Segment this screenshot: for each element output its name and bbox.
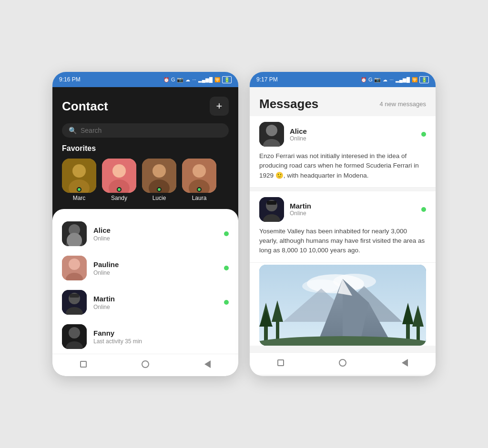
svg-point-7: [152, 164, 166, 178]
thread-image-yosemite: [259, 265, 426, 346]
nav-square-icon-contact: [80, 361, 87, 368]
contact-info-pauline: Pauline Online: [93, 260, 217, 276]
google-icon: G: [171, 77, 175, 82]
contact-item-fanny[interactable]: Fanny Last activity 35 min: [52, 319, 238, 354]
favorite-item-lucie[interactable]: Lucie: [142, 159, 176, 201]
status-bar-messages: 9:17 PM ⏰ G 📷 ☁ ··· ▂▄▆█ 🛜 🔋: [250, 72, 436, 87]
svg-point-1: [72, 164, 86, 178]
thread-online-dot-alice: [421, 132, 426, 137]
thread-name-martin: Martin: [290, 202, 416, 210]
search-input[interactable]: [81, 127, 222, 134]
favorite-item-sandy[interactable]: Sandy: [102, 159, 136, 201]
favorite-avatar-wrap-lucie: [142, 159, 176, 193]
online-dot-lucie: [157, 187, 162, 192]
favorites-label: Favorites: [52, 144, 238, 159]
favorite-avatar-wrap-sandy: [102, 159, 136, 193]
favorite-name-sandy: Sandy: [111, 195, 127, 201]
nav-square-btn-contact[interactable]: [78, 359, 89, 369]
nav-square-icon-messages: [277, 359, 284, 366]
search-bar[interactable]: 🔍: [62, 123, 229, 138]
svg-point-26: [266, 125, 277, 136]
contact-status-alice: Online: [93, 235, 217, 242]
favorite-avatar-wrap-laura: [182, 159, 216, 193]
status-icons-messages: ⏰ G 📷 ☁ ··· ▂▄▆█ 🛜 🔋: [361, 76, 429, 83]
contact-body: Contact + 🔍 Favorites: [52, 87, 238, 376]
thread-contact-row-martin: Martin Online: [250, 191, 436, 225]
thread-avatar-alice: [259, 122, 284, 147]
favorites-row: Marc Sandy: [52, 159, 238, 209]
svg-point-16: [69, 259, 80, 270]
nav-circle-btn-contact[interactable]: [140, 359, 151, 369]
contact-status-martin: Online: [93, 304, 217, 310]
contact-info-fanny: Fanny Last activity 35 min: [93, 329, 217, 345]
phone-container: 9:16 PM ⏰ G 📷 ☁ ··· ▂▄▆█ 🛜 🔋 Contact + 🔍: [52, 53, 436, 395]
wifi-icon: 🛜: [214, 77, 220, 82]
nav-triangle-icon-contact: [204, 360, 211, 368]
messages-title: Messages: [259, 97, 318, 111]
status-dot-martin: [224, 300, 229, 305]
contact-avatar-pauline: [62, 256, 87, 280]
nav-square-btn-messages[interactable]: [275, 358, 286, 368]
svg-point-4: [112, 164, 126, 178]
status-icons-contact: ⏰ G 📷 ☁ ··· ▂▄▆█ 🛜 🔋: [163, 76, 232, 83]
favorite-name-marc: Marc: [73, 195, 86, 201]
favorite-name-lucie: Lucie: [152, 195, 166, 201]
signal-icon-msg: ▂▄▆█: [396, 77, 410, 82]
thread-contact-row-alice: Alice Online: [250, 116, 436, 149]
contact-status-fanny: Last activity 35 min: [93, 338, 217, 345]
nav-circle-icon-messages: [339, 359, 346, 367]
bottom-nav-contact: [52, 354, 238, 376]
more-icon-msg: ···: [389, 77, 393, 82]
battery-icon: 🔋: [222, 76, 232, 83]
svg-rect-31: [267, 201, 276, 205]
svg-point-10: [193, 164, 206, 178]
svg-point-13: [69, 224, 80, 236]
cloud-icon-msg: ☁: [383, 77, 387, 82]
thread-avatar-martin: [259, 197, 284, 222]
contact-avatar-fanny: [62, 324, 87, 349]
contact-name-pauline: Pauline: [93, 260, 217, 269]
add-contact-button[interactable]: +: [210, 97, 229, 116]
online-dot-laura: [197, 187, 202, 192]
svg-rect-21: [70, 294, 79, 298]
status-bar-contact: 9:16 PM ⏰ G 📷 ☁ ··· ▂▄▆█ 🛜 🔋: [52, 72, 238, 87]
more-icon: ···: [192, 77, 196, 82]
thread-status-alice: Online: [290, 135, 416, 142]
nav-back-btn-contact[interactable]: [202, 359, 213, 369]
favorite-item-laura[interactable]: Laura: [182, 159, 216, 201]
contact-avatar-martin: [62, 290, 87, 315]
thread-alice[interactable]: Alice Online Enzo Ferrari was not initia…: [250, 116, 436, 188]
contact-list-card: Alice Online Pauline: [52, 209, 238, 376]
thread-message-martin: Yosemite Valley has been inhabited for n…: [250, 225, 436, 263]
favorite-item-marc[interactable]: Marc: [62, 159, 96, 201]
thread-info-martin: Martin Online: [290, 202, 416, 217]
status-dot-pauline: [224, 266, 229, 270]
online-dot-marc: [77, 187, 81, 192]
bottom-nav-messages: [250, 352, 436, 375]
contact-item-martin[interactable]: Martin Online: [52, 285, 238, 319]
battery-icon-msg: 🔋: [419, 76, 429, 83]
favorite-avatar-wrap-marc: [62, 159, 96, 193]
status-dot-fanny: [224, 334, 229, 339]
thread-name-alice: Alice: [290, 127, 416, 135]
messages-body: Messages 4 new messages Alice Onl: [250, 87, 436, 376]
contact-item-pauline[interactable]: Pauline Online: [52, 251, 238, 285]
nav-back-btn-messages[interactable]: [399, 358, 410, 368]
search-icon: 🔍: [69, 127, 77, 134]
wifi-icon-msg: 🛜: [412, 77, 417, 82]
signal-icon: ▂▄▆█: [198, 77, 213, 82]
online-dot-sandy: [117, 187, 122, 192]
svg-point-23: [69, 327, 80, 338]
nav-circle-btn-messages[interactable]: [337, 358, 348, 368]
contact-status-pauline: Online: [93, 269, 217, 276]
contact-item-alice[interactable]: Alice Online: [52, 217, 238, 251]
time-messages: 9:17 PM: [256, 76, 278, 83]
svg-point-14: [66, 239, 83, 246]
thread-online-dot-martin: [421, 207, 426, 212]
instagram-icon: 📷: [177, 77, 183, 83]
nav-circle-icon-contact: [142, 360, 149, 368]
contact-info-alice: Alice Online: [93, 226, 217, 242]
google-icon-msg: G: [368, 77, 373, 82]
favorite-name-laura: Laura: [192, 195, 207, 201]
thread-martin[interactable]: Martin Online Yosemite Valley has been i…: [250, 191, 436, 346]
